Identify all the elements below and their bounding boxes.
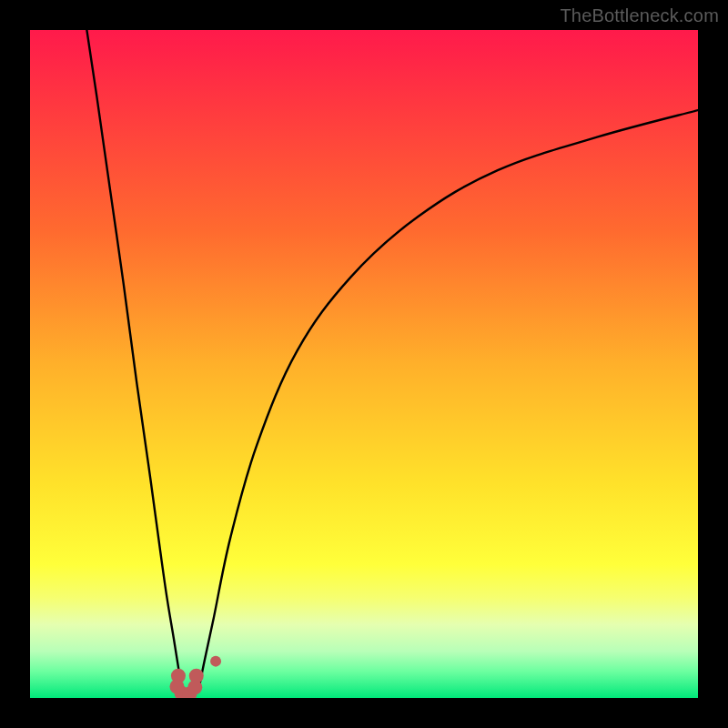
watermark-text: TheBottleneck.com bbox=[560, 5, 719, 26]
chart-frame: TheBottleneck.com bbox=[0, 0, 728, 728]
marker-dot bbox=[189, 669, 204, 683]
marker-dot bbox=[210, 656, 221, 667]
curve-left-branch bbox=[86, 30, 182, 692]
curve-right-branch bbox=[198, 110, 698, 692]
curve-layer bbox=[30, 30, 698, 698]
plot-area bbox=[30, 30, 698, 698]
